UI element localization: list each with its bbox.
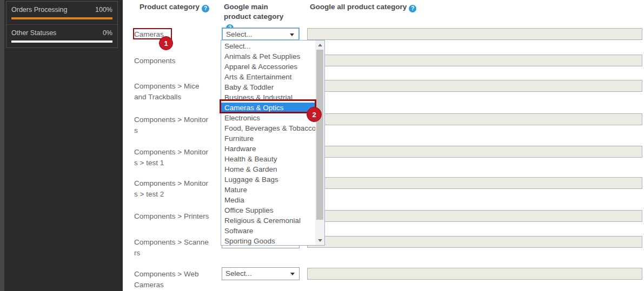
dropdown-option[interactable]: Business & Industrial — [221, 92, 315, 103]
product-category-label: Components > Printers — [134, 211, 226, 222]
table-row: Components > Monitor s Select... — [123, 113, 644, 138]
dropdown-option[interactable]: Cameras & Optics — [221, 103, 315, 113]
google-all-product-category-field[interactable] — [307, 113, 642, 125]
select-value: Select... — [225, 269, 252, 278]
dropdown-list: Select...Animals & Pet SuppliesApparel &… — [221, 40, 325, 246]
table-row: Components > Web Cameras Select... — [123, 267, 644, 291]
help-icon[interactable]: ? — [202, 5, 209, 12]
google-all-product-category-field[interactable] — [307, 146, 642, 158]
table-row: Components > Monitor s > test 1 Select..… — [123, 145, 644, 170]
header-label: Google all product category — [310, 3, 407, 11]
dropdown-option[interactable]: Arts & Entertainment — [221, 72, 315, 82]
dropdown-option[interactable]: Software — [221, 226, 315, 236]
progress-bar — [11, 17, 112, 19]
product-category-label: Components > Web Cameras — [134, 269, 226, 290]
product-category-label: Components > Monitor s — [134, 114, 226, 136]
dropdown-option[interactable]: Apparel & Accessories — [221, 62, 315, 72]
scroll-down-button[interactable] — [315, 236, 324, 245]
table-row: Components > Monitor s > test 2 Select..… — [123, 177, 644, 201]
google-all-product-category-field[interactable] — [307, 236, 642, 248]
dropdown-option[interactable]: Hardware — [221, 144, 315, 154]
header-label: Google main product category — [224, 3, 283, 21]
table-row: Components > Mice and Trackballs Select.… — [123, 79, 644, 104]
select-value: Select... — [226, 30, 253, 38]
product-category-label: Components > Mice and Trackballs — [134, 81, 226, 103]
help-icon[interactable]: ? — [409, 5, 416, 12]
column-header-product-category: Product category? — [140, 2, 209, 12]
arrow-down-icon — [318, 239, 322, 242]
status-panel: Orders Processing 100% Other Statuses 0% — [6, 1, 118, 48]
google-all-product-category-field[interactable] — [307, 268, 642, 280]
sidebar-edge-strip — [0, 0, 4, 291]
arrow-up-icon — [318, 44, 322, 46]
status-label: Other Statuses — [11, 29, 56, 37]
scroll-up-button[interactable] — [315, 40, 324, 50]
dropdown-option[interactable]: Religious & Ceremonial — [221, 215, 315, 226]
table-row: Components > Printers Select... — [123, 209, 644, 234]
annotation-badge-1: 1 — [159, 36, 173, 50]
status-item-other-statuses[interactable]: Other Statuses 0% — [6, 24, 117, 48]
product-category-label: Cameras — [134, 29, 226, 40]
table-row: Components Select... — [123, 54, 644, 79]
dropdown-option[interactable]: Baby & Toddler — [221, 82, 315, 92]
google-all-product-category-field[interactable] — [307, 210, 642, 222]
google-all-product-category-field[interactable] — [307, 55, 642, 66]
status-label: Orders Processing — [11, 6, 68, 13]
product-category-label: Components — [134, 56, 226, 66]
dropdown-option[interactable]: Health & Beauty — [221, 154, 315, 164]
dropdown-arrow-icon — [290, 33, 294, 36]
header-label: Product category — [140, 3, 200, 11]
google-all-product-category-field[interactable] — [307, 177, 642, 189]
dropdown-option[interactable]: Food, Beverages & Tobacco — [221, 123, 315, 133]
product-category-label: Components > Scanne rs — [134, 237, 226, 259]
dropdown-option[interactable]: Home & Garden — [221, 164, 315, 174]
sidebar: Orders Processing 100% Other Statuses 0% — [0, 0, 123, 291]
status-item-orders-processing[interactable]: Orders Processing 100% — [6, 2, 117, 24]
dropdown-option[interactable]: Sporting Goods — [221, 236, 315, 245]
dropdown-option[interactable]: Electronics — [221, 113, 315, 123]
dropdown-options: Select...Animals & Pet SuppliesApparel &… — [221, 40, 315, 245]
google-main-category-select[interactable]: Select... — [222, 28, 300, 40]
scrollbar-thumb[interactable] — [316, 50, 323, 220]
dropdown-option[interactable]: Media — [221, 195, 315, 205]
dropdown-option[interactable]: Animals & Pet Supplies — [221, 51, 315, 62]
product-category-label: Components > Monitor s > test 1 — [134, 147, 226, 168]
dropdown-arrow-icon — [290, 273, 295, 275]
status-percent: 100% — [95, 6, 112, 13]
dropdown-option[interactable]: Mature — [221, 185, 315, 195]
dropdown-option[interactable]: Select... — [221, 41, 315, 51]
google-all-product-category-field[interactable] — [307, 28, 642, 40]
google-main-category-select[interactable]: Select... — [222, 267, 300, 280]
status-percent: 0% — [103, 29, 112, 37]
dropdown-scrollbar[interactable] — [315, 40, 324, 245]
category-mapping-table: Product category? Google main product ca… — [123, 0, 644, 291]
google-all-product-category-field[interactable] — [307, 80, 642, 92]
table-row: Components > Scanne rs Select... — [123, 235, 644, 260]
column-header-google-all-category: Google all product category? — [310, 2, 416, 12]
dropdown-option[interactable]: Luggage & Bags — [221, 174, 315, 185]
progress-bar — [11, 40, 112, 43]
product-category-label: Components > Monitor s > test 2 — [134, 178, 226, 200]
table-row: Cameras Select... — [123, 28, 644, 52]
page: Orders Processing 100% Other Statuses 0%… — [0, 0, 644, 291]
dropdown-option[interactable]: Office Supplies — [221, 205, 315, 215]
dropdown-option[interactable]: Furniture — [221, 133, 315, 144]
annotation-badge-2: 2 — [307, 107, 322, 122]
